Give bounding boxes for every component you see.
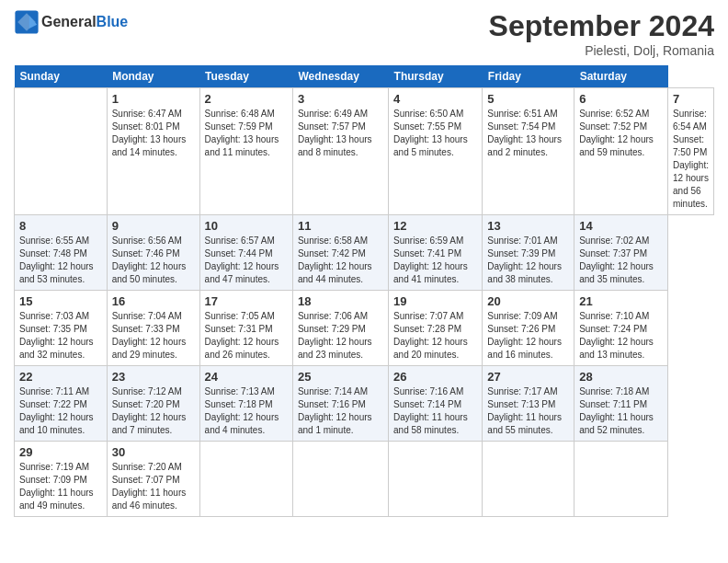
day-number: 22 bbox=[19, 370, 102, 384]
calendar-cell: 21Sunrise: 7:10 AMSunset: 7:24 PMDayligh… bbox=[574, 291, 668, 366]
calendar-cell: 19Sunrise: 7:07 AMSunset: 7:28 PMDayligh… bbox=[389, 291, 483, 366]
day-number: 23 bbox=[112, 370, 195, 384]
day-info: Sunrise: 6:55 AMSunset: 7:48 PMDaylight:… bbox=[19, 235, 102, 286]
calendar-cell bbox=[574, 442, 668, 517]
calendar-cell: 17Sunrise: 7:05 AMSunset: 7:31 PMDayligh… bbox=[199, 291, 292, 366]
day-number: 8 bbox=[19, 219, 102, 233]
month-title: September 2024 bbox=[489, 9, 714, 43]
logo-text: GeneralBlue bbox=[41, 14, 128, 30]
day-info: Sunrise: 7:16 AMSunset: 7:14 PMDaylight:… bbox=[393, 385, 477, 437]
day-info: Sunrise: 7:05 AMSunset: 7:31 PMDaylight:… bbox=[205, 310, 288, 362]
calendar-cell: 22Sunrise: 7:11 AMSunset: 7:22 PMDayligh… bbox=[15, 366, 108, 442]
day-number: 13 bbox=[487, 219, 569, 233]
day-info: Sunrise: 7:20 AMSunset: 7:07 PMDaylight:… bbox=[112, 461, 195, 512]
day-info: Sunrise: 7:04 AMSunset: 7:33 PMDaylight:… bbox=[112, 310, 195, 362]
day-info: Sunrise: 6:59 AMSunset: 7:41 PMDaylight:… bbox=[393, 235, 477, 286]
logo-icon bbox=[14, 9, 40, 35]
day-number: 11 bbox=[298, 219, 383, 233]
calendar-cell bbox=[15, 88, 108, 215]
day-info: Sunrise: 7:18 AMSunset: 7:11 PMDaylight:… bbox=[579, 385, 663, 437]
day-number: 17 bbox=[205, 294, 288, 308]
col-header-sunday: Sunday bbox=[15, 65, 108, 88]
day-info: Sunrise: 6:48 AMSunset: 7:59 PMDaylight:… bbox=[205, 108, 288, 159]
day-number: 1 bbox=[112, 92, 195, 106]
day-info: Sunrise: 7:06 AMSunset: 7:29 PMDaylight:… bbox=[298, 310, 383, 362]
calendar-cell: 3Sunrise: 6:49 AMSunset: 7:57 PMDaylight… bbox=[292, 88, 388, 215]
day-number: 29 bbox=[19, 445, 102, 459]
day-info: Sunrise: 7:09 AMSunset: 7:26 PMDaylight:… bbox=[487, 310, 569, 362]
day-info: Sunrise: 7:03 AMSunset: 7:35 PMDaylight:… bbox=[19, 310, 102, 362]
day-info: Sunrise: 6:50 AMSunset: 7:55 PMDaylight:… bbox=[393, 108, 477, 159]
calendar-cell bbox=[199, 442, 292, 517]
day-number: 18 bbox=[298, 294, 383, 308]
day-info: Sunrise: 6:54 AMSunset: 7:50 PMDaylight:… bbox=[673, 108, 709, 211]
day-number: 10 bbox=[205, 219, 288, 233]
calendar-cell: 5Sunrise: 6:51 AMSunset: 7:54 PMDaylight… bbox=[483, 88, 574, 215]
calendar-cell: 1Sunrise: 6:47 AMSunset: 8:01 PMDaylight… bbox=[107, 88, 199, 215]
col-header-saturday: Saturday bbox=[574, 65, 668, 88]
day-number: 14 bbox=[579, 219, 663, 233]
day-number: 21 bbox=[579, 294, 663, 308]
calendar-cell bbox=[483, 442, 574, 517]
day-number: 20 bbox=[487, 294, 569, 308]
day-info: Sunrise: 6:47 AMSunset: 8:01 PMDaylight:… bbox=[112, 108, 195, 159]
calendar-cell: 7Sunrise: 6:54 AMSunset: 7:50 PMDaylight… bbox=[668, 88, 714, 215]
calendar-cell: 6Sunrise: 6:52 AMSunset: 7:52 PMDaylight… bbox=[574, 88, 668, 215]
day-number: 24 bbox=[205, 370, 288, 384]
day-number: 2 bbox=[205, 92, 288, 106]
calendar-cell: 29Sunrise: 7:19 AMSunset: 7:09 PMDayligh… bbox=[15, 442, 108, 517]
day-info: Sunrise: 6:57 AMSunset: 7:44 PMDaylight:… bbox=[205, 235, 288, 286]
day-info: Sunrise: 7:14 AMSunset: 7:16 PMDaylight:… bbox=[298, 385, 383, 437]
day-info: Sunrise: 6:56 AMSunset: 7:46 PMDaylight:… bbox=[112, 235, 195, 286]
day-number: 19 bbox=[393, 294, 477, 308]
day-info: Sunrise: 7:17 AMSunset: 7:13 PMDaylight:… bbox=[487, 385, 569, 437]
day-number: 26 bbox=[393, 370, 477, 384]
calendar-cell: 16Sunrise: 7:04 AMSunset: 7:33 PMDayligh… bbox=[107, 291, 199, 366]
calendar-cell: 18Sunrise: 7:06 AMSunset: 7:29 PMDayligh… bbox=[292, 291, 388, 366]
day-number: 9 bbox=[112, 219, 195, 233]
title-block: September 2024 Pielesti, Dolj, Romania bbox=[489, 9, 714, 58]
calendar-cell: 24Sunrise: 7:13 AMSunset: 7:18 PMDayligh… bbox=[199, 366, 292, 442]
calendar-cell: 27Sunrise: 7:17 AMSunset: 7:13 PMDayligh… bbox=[483, 366, 574, 442]
calendar-cell: 23Sunrise: 7:12 AMSunset: 7:20 PMDayligh… bbox=[107, 366, 199, 442]
col-header-monday: Monday bbox=[107, 65, 199, 88]
calendar-cell: 14Sunrise: 7:02 AMSunset: 7:37 PMDayligh… bbox=[574, 215, 668, 291]
day-info: Sunrise: 7:07 AMSunset: 7:28 PMDaylight:… bbox=[393, 310, 477, 362]
col-header-thursday: Thursday bbox=[389, 65, 483, 88]
col-header-tuesday: Tuesday bbox=[199, 65, 292, 88]
logo: GeneralBlue bbox=[14, 9, 128, 35]
header: GeneralBlue September 2024 Pielesti, Dol… bbox=[14, 9, 714, 58]
calendar-cell: 12Sunrise: 6:59 AMSunset: 7:41 PMDayligh… bbox=[389, 215, 483, 291]
day-info: Sunrise: 7:02 AMSunset: 7:37 PMDaylight:… bbox=[579, 235, 663, 286]
day-number: 5 bbox=[487, 92, 569, 106]
day-info: Sunrise: 7:12 AMSunset: 7:20 PMDaylight:… bbox=[112, 385, 195, 437]
calendar-cell: 26Sunrise: 7:16 AMSunset: 7:14 PMDayligh… bbox=[389, 366, 483, 442]
day-number: 30 bbox=[112, 445, 195, 459]
calendar-cell: 11Sunrise: 6:58 AMSunset: 7:42 PMDayligh… bbox=[292, 215, 388, 291]
page: GeneralBlue September 2024 Pielesti, Dol… bbox=[0, 0, 728, 563]
calendar-cell: 15Sunrise: 7:03 AMSunset: 7:35 PMDayligh… bbox=[15, 291, 108, 366]
calendar-cell: 2Sunrise: 6:48 AMSunset: 7:59 PMDaylight… bbox=[199, 88, 292, 215]
day-info: Sunrise: 7:10 AMSunset: 7:24 PMDaylight:… bbox=[579, 310, 663, 362]
calendar-cell bbox=[389, 442, 483, 517]
calendar-cell: 8Sunrise: 6:55 AMSunset: 7:48 PMDaylight… bbox=[15, 215, 108, 291]
calendar-cell: 25Sunrise: 7:14 AMSunset: 7:16 PMDayligh… bbox=[292, 366, 388, 442]
day-info: Sunrise: 6:52 AMSunset: 7:52 PMDaylight:… bbox=[579, 108, 663, 159]
day-number: 7 bbox=[673, 92, 709, 106]
calendar-cell: 4Sunrise: 6:50 AMSunset: 7:55 PMDaylight… bbox=[389, 88, 483, 215]
col-header-friday: Friday bbox=[483, 65, 574, 88]
calendar-cell: 9Sunrise: 6:56 AMSunset: 7:46 PMDaylight… bbox=[107, 215, 199, 291]
day-info: Sunrise: 7:19 AMSunset: 7:09 PMDaylight:… bbox=[19, 461, 102, 512]
day-info: Sunrise: 6:51 AMSunset: 7:54 PMDaylight:… bbox=[487, 108, 569, 159]
day-number: 16 bbox=[112, 294, 195, 308]
col-header-wednesday: Wednesday bbox=[292, 65, 388, 88]
day-info: Sunrise: 7:11 AMSunset: 7:22 PMDaylight:… bbox=[19, 385, 102, 437]
calendar-cell: 30Sunrise: 7:20 AMSunset: 7:07 PMDayligh… bbox=[107, 442, 199, 517]
day-number: 25 bbox=[298, 370, 383, 384]
day-number: 4 bbox=[393, 92, 477, 106]
day-info: Sunrise: 6:58 AMSunset: 7:42 PMDaylight:… bbox=[298, 235, 383, 286]
calendar-cell: 20Sunrise: 7:09 AMSunset: 7:26 PMDayligh… bbox=[483, 291, 574, 366]
day-info: Sunrise: 7:01 AMSunset: 7:39 PMDaylight:… bbox=[487, 235, 569, 286]
day-number: 27 bbox=[487, 370, 569, 384]
calendar-cell: 13Sunrise: 7:01 AMSunset: 7:39 PMDayligh… bbox=[483, 215, 574, 291]
